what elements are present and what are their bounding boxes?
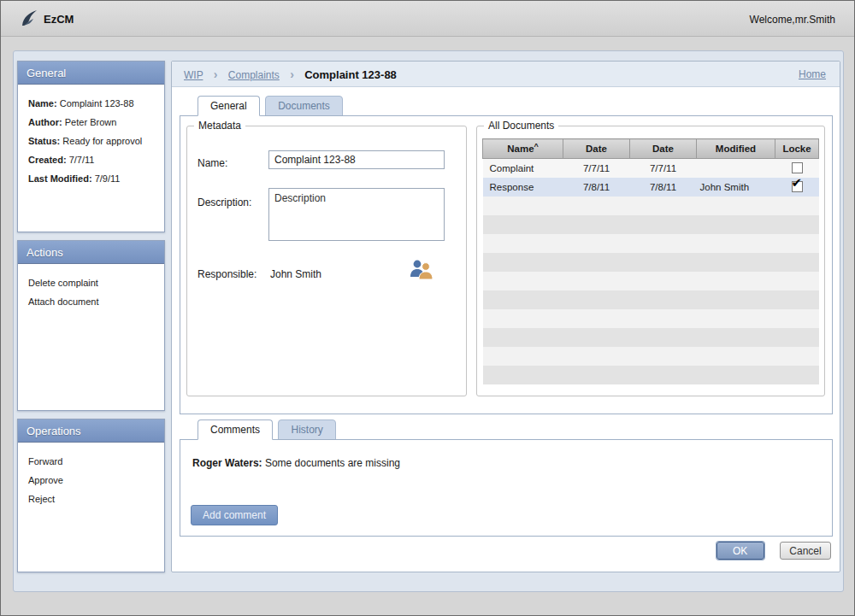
panel-actions-title: Actions <box>18 241 164 264</box>
table-row-empty <box>483 253 819 272</box>
operation-forward[interactable]: Forward <box>28 456 154 466</box>
tab-general[interactable]: General <box>198 96 260 116</box>
operation-approve[interactable]: Approve <box>28 475 154 485</box>
operation-reject[interactable]: Reject <box>28 494 154 504</box>
tab-history[interactable]: History <box>278 419 335 440</box>
column-label: Modified <box>716 144 756 154</box>
breadcrumb-link-wip[interactable]: WIP <box>184 69 203 81</box>
table-row-empty <box>483 347 819 366</box>
bottom-tabs: Comments History <box>198 419 338 440</box>
table-row-complaint[interactable]: Complaint 7/7/11 7/7/11 <box>483 159 819 178</box>
column-label: Name <box>507 144 534 154</box>
logo-icon <box>18 8 40 30</box>
documents-legend: All Documents <box>484 120 558 132</box>
table-header-row: Name^ Date Date Modified Locke <box>483 139 819 159</box>
cell-locked: ✔ <box>775 178 819 197</box>
cell-date: 7/7/11 <box>563 159 630 178</box>
table-row-empty <box>483 272 819 290</box>
select-user-button[interactable] <box>408 258 435 280</box>
people-icon <box>408 258 435 280</box>
cell-locked <box>775 159 819 178</box>
app-title: EzCM <box>44 13 74 26</box>
home-link[interactable]: Home <box>799 62 826 87</box>
check-icon: ✔ <box>792 178 803 190</box>
table-row-response[interactable]: Response 7/8/11 7/8/11 John Smith ✔ <box>483 178 819 197</box>
table-row-empty <box>483 197 819 215</box>
panel-actions-body: Delete complaint Attach document <box>18 264 164 329</box>
tab-documents[interactable]: Documents <box>265 96 343 116</box>
field-label: Status: <box>28 136 60 146</box>
table-row-empty <box>483 215 819 234</box>
panel-operations-body: Forward Approve Reject <box>18 443 164 526</box>
app-window: EzCM Welcome,mr.Smith General Name: Comp… <box>0 0 855 616</box>
cell-date: 7/7/11 <box>630 159 697 178</box>
comment-item: Roger Waters: Some documents are missing <box>192 457 400 469</box>
panel-general-title: General <box>18 62 164 85</box>
name-label: Name: <box>198 157 227 169</box>
topbar: EzCM Welcome,mr.Smith <box>1 1 854 37</box>
description-textarea[interactable]: Description <box>268 188 445 241</box>
general-field-name: Name: Complaint 123-88 <box>28 98 154 109</box>
cancel-button[interactable]: Cancel <box>780 542 831 560</box>
table-row-empty <box>483 366 819 384</box>
cell-modified <box>697 159 775 178</box>
responsible-label: Responsible: <box>198 268 256 280</box>
action-delete-complaint[interactable]: Delete complaint <box>28 278 154 288</box>
column-label: Locke <box>782 144 811 154</box>
field-value: Complaint 123-88 <box>60 98 134 109</box>
action-attach-document[interactable]: Attach document <box>28 296 154 307</box>
sort-asc-icon: ^ <box>534 142 539 150</box>
field-label: Author: <box>28 117 62 127</box>
description-label: Description: <box>198 197 251 208</box>
panel-general-body: Name: Complaint 123-88 Author: Peter Bro… <box>18 85 164 206</box>
cell-date: 7/8/11 <box>563 178 630 197</box>
cell-modified: John Smith <box>697 178 775 197</box>
comments-panel: Roger Waters: Some documents are missing… <box>180 439 833 537</box>
ok-button[interactable]: OK <box>716 542 764 560</box>
panel-operations-title: Operations <box>18 419 164 443</box>
metadata-legend: Metadata <box>194 120 245 132</box>
general-field-status: Status: Ready for approvol <box>28 136 154 146</box>
tab-comments[interactable]: Comments <box>198 419 273 440</box>
metadata-fieldset: Metadata Name: Description: Description … <box>186 120 467 396</box>
general-field-created: Created: 7/7/11 <box>28 155 154 165</box>
field-value: 7/7/11 <box>69 155 95 165</box>
column-header-date1[interactable]: Date <box>563 139 630 159</box>
general-tab-content: Metadata Name: Description: Description … <box>180 115 833 414</box>
main-tabs: General Documents <box>198 96 345 116</box>
main-panel: WIP › Complaints › Complaint 123-88 Home… <box>171 61 840 572</box>
documents-table: Name^ Date Date Modified Locke Complaint… <box>482 138 819 384</box>
breadcrumb-link-complaints[interactable]: Complaints <box>228 69 280 81</box>
general-field-author: Author: Peter Brown <box>28 117 154 127</box>
chevron-right-icon: › <box>214 67 218 81</box>
welcome-text: Welcome,mr.Smith <box>750 14 835 26</box>
column-header-date2[interactable]: Date <box>630 139 697 159</box>
locked-checkbox[interactable] <box>792 162 803 173</box>
cell-date: 7/8/11 <box>630 178 697 197</box>
chevron-right-icon: › <box>290 67 294 81</box>
footer-buttons: OK Cancel <box>716 542 831 560</box>
panel-actions: Actions Delete complaint Attach document <box>17 240 165 411</box>
comment-text: Some documents are missing <box>265 457 400 469</box>
documents-fieldset: All Documents Name^ Date Date Modified L <box>476 120 825 396</box>
field-label: Last Modified: <box>28 173 92 184</box>
locked-checkbox[interactable]: ✔ <box>792 181 803 192</box>
field-value: 7/9/11 <box>95 173 121 184</box>
panel-operations: Operations Forward Approve Reject <box>17 419 165 572</box>
field-value: Peter Brown <box>65 117 117 127</box>
panel-general: General Name: Complaint 123-88 Author: P… <box>17 61 165 232</box>
field-value: Ready for approvol <box>62 136 142 146</box>
field-label: Name: <box>28 98 57 109</box>
column-header-modified[interactable]: Modified <box>697 139 775 159</box>
cell-name: Response <box>483 178 563 197</box>
field-label: Created: <box>28 155 67 165</box>
column-header-locked[interactable]: Locke <box>775 139 819 159</box>
add-comment-button[interactable]: Add comment <box>191 505 278 525</box>
name-input[interactable] <box>268 150 445 169</box>
column-header-name[interactable]: Name^ <box>483 139 563 159</box>
column-label: Date <box>586 144 607 154</box>
cell-name: Complaint <box>483 159 563 178</box>
comment-author: Roger Waters: <box>192 457 262 469</box>
responsible-value: John Smith <box>270 268 321 280</box>
table-row-empty <box>483 290 819 309</box>
